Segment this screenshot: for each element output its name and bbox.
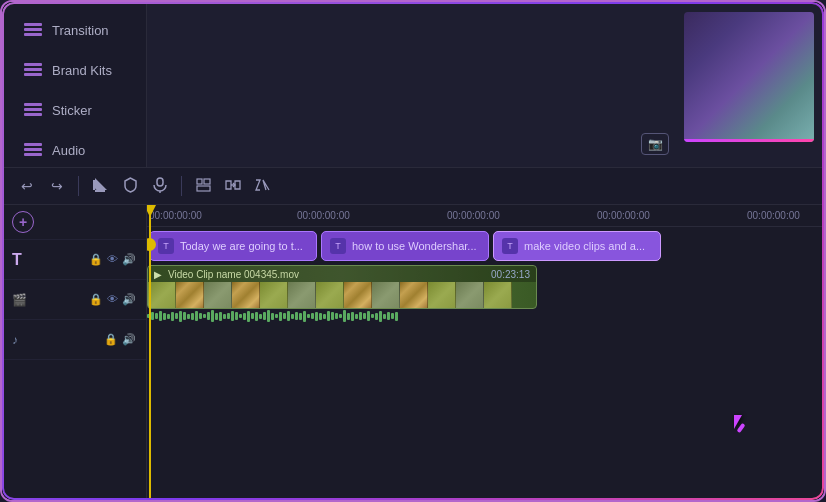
transition-timeline-button[interactable] <box>220 173 246 199</box>
film-frame <box>456 282 484 309</box>
lock-icon-video[interactable]: 🔒 <box>89 293 103 306</box>
waveform-bar <box>335 313 338 319</box>
svg-rect-0 <box>93 180 95 190</box>
waveform-bar <box>259 314 262 319</box>
subtitle-clip-icon-3: T <box>502 238 518 254</box>
time-marker-2: 00:00:00:00 <box>447 205 500 221</box>
camera-button[interactable]: 📷 <box>641 133 669 155</box>
transition-timeline-icon <box>225 178 241 195</box>
crop-button[interactable] <box>87 173 113 199</box>
eye-icon-text[interactable]: 👁 <box>107 253 118 266</box>
waveform-bar <box>295 312 298 320</box>
lock-icon-audio[interactable]: 🔒 <box>104 333 118 346</box>
toolbar-divider-2 <box>181 176 182 196</box>
waveform-bar <box>291 314 294 319</box>
video-track-row: 🎬 🔒 👁 🔊 <box>2 280 146 320</box>
plus-icon: + <box>19 214 27 230</box>
playhead[interactable] <box>149 205 151 500</box>
film-frame <box>232 282 260 309</box>
waveform-bar <box>223 314 226 319</box>
waveform-bar <box>395 312 398 321</box>
eye-icon-video[interactable]: 👁 <box>107 293 118 306</box>
waveform-bar <box>159 311 162 321</box>
volume-icon-video[interactable]: 🔊 <box>122 293 136 306</box>
waveform-bar <box>359 312 362 320</box>
audio-track-icon: ♪ <box>12 333 18 347</box>
redo-icon: ↪ <box>51 178 63 194</box>
waveform-bar <box>183 312 186 320</box>
waveform-bar <box>299 313 302 320</box>
waveform-bar <box>247 311 250 322</box>
speed-button[interactable] <box>250 173 276 199</box>
waveform-bar <box>239 314 242 318</box>
text-track-row: T 🔒 👁 🔊 <box>2 240 146 280</box>
subtitle-clip-1[interactable]: T Today we are going to t... <box>149 231 317 261</box>
time-marker-0: 00:00:00:00 <box>149 205 202 221</box>
layout-button[interactable] <box>190 173 216 199</box>
subtitle-clip-icon-2: T <box>330 238 346 254</box>
layout-icon <box>196 178 211 195</box>
waveform-bar <box>315 312 318 321</box>
video-clip[interactable]: ▶ Video Clip name 004345.mov 00:23:13 <box>147 265 537 309</box>
video-clip-play-icon: ▶ <box>154 269 162 280</box>
film-frame <box>204 282 232 309</box>
preview-thumbnail <box>684 12 814 142</box>
waveform-bar <box>339 314 342 318</box>
undo-icon: ↩ <box>21 178 33 194</box>
waveform-bar <box>235 312 238 320</box>
shield-button[interactable] <box>117 173 143 199</box>
crop-icon <box>92 177 108 196</box>
waveform-bar-container <box>147 309 537 323</box>
undo-button[interactable]: ↩ <box>14 173 40 199</box>
waveform-bar <box>267 310 270 322</box>
volume-icon-audio[interactable]: 🔊 <box>122 333 136 346</box>
waveform-bar <box>367 311 370 321</box>
sidebar-item-label: Transition <box>52 23 109 38</box>
waveform-bar <box>263 312 266 320</box>
toolbar: ↩ ↪ <box>2 167 824 205</box>
sidebar-item-label: Sticker <box>52 103 92 118</box>
waveform-bar <box>323 314 326 319</box>
subtitle-clip-text-2: how to use Wondershar... <box>352 240 477 252</box>
timeline-area: + T 🔒 👁 🔊 🎬 🔒 👁 🔊 <box>2 205 824 500</box>
top-section: Transition Brand Kits Sticker Audio <box>2 2 824 167</box>
add-track-button[interactable]: + <box>12 211 34 233</box>
audio-track-row: ♪ 🔒 🔊 <box>2 320 146 360</box>
svg-rect-2 <box>157 178 163 186</box>
toolbar-divider-1 <box>78 176 79 196</box>
lock-icon-text[interactable]: 🔒 <box>89 253 103 266</box>
subtitle-clip-icon-1: T <box>158 238 174 254</box>
sidebar-item-brand-kits[interactable]: Brand Kits <box>8 51 140 89</box>
waveform-bar <box>203 314 206 318</box>
sticker-icon <box>24 101 42 119</box>
sidebar: Transition Brand Kits Sticker Audio <box>2 2 147 167</box>
film-frame <box>372 282 400 309</box>
timeline-content: 00:00:00:00 00:00:00:00 00:00:00:00 00:0… <box>147 205 824 500</box>
sidebar-item-transition[interactable]: Transition <box>8 11 140 49</box>
sidebar-item-audio[interactable]: Audio <box>8 131 140 169</box>
mic-icon <box>153 177 167 196</box>
waveform-bar <box>219 312 222 321</box>
track-ctrl-icons: 🔒 👁 🔊 <box>89 253 136 266</box>
sidebar-item-label: Audio <box>52 143 85 158</box>
svg-rect-6 <box>197 186 210 191</box>
waveform-bar <box>355 314 358 319</box>
mic-button[interactable] <box>147 173 173 199</box>
waveform-bar <box>279 312 282 321</box>
subtitle-clip-2[interactable]: T how to use Wondershar... <box>321 231 489 261</box>
waveform-bar <box>227 313 230 319</box>
app-container: Transition Brand Kits Sticker Audio <box>2 2 824 500</box>
volume-icon-text[interactable]: 🔊 <box>122 253 136 266</box>
sidebar-item-sticker[interactable]: Sticker <box>8 91 140 129</box>
video-clip-name: Video Clip name 004345.mov <box>168 269 299 280</box>
redo-button[interactable]: ↪ <box>44 173 70 199</box>
svg-rect-4 <box>197 179 202 184</box>
waveform-bar <box>179 311 182 322</box>
subtitle-clip-3[interactable]: T make video clips and a... <box>493 231 661 261</box>
waveform-bar <box>207 312 210 320</box>
waveform-bar <box>387 312 390 320</box>
waveform-bar <box>327 311 330 321</box>
waveform-bar <box>351 312 354 321</box>
subtitle-clip-text-1: Today we are going to t... <box>180 240 303 252</box>
waveform-bar <box>331 312 334 320</box>
